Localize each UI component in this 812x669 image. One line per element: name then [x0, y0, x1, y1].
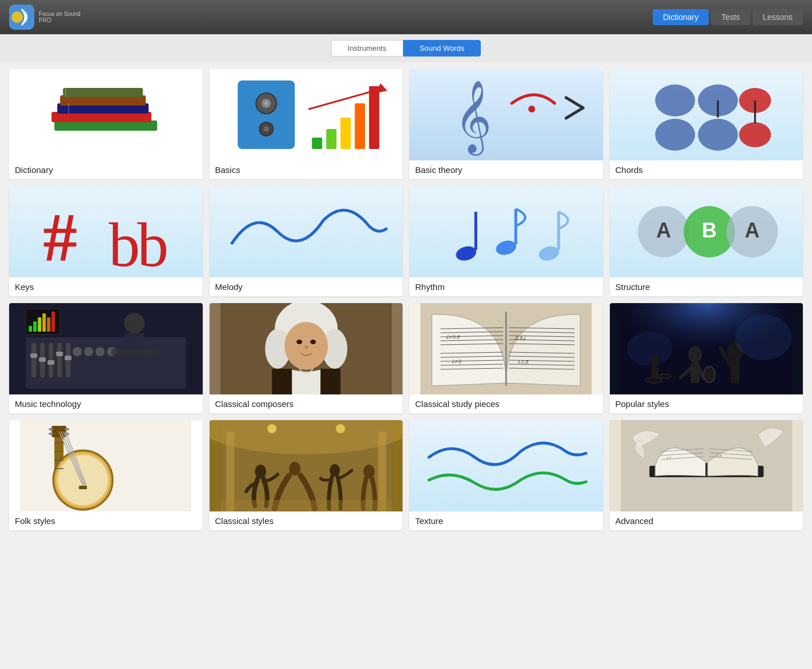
card-basics-label: Basics: [210, 160, 403, 179]
svg-text:B: B: [702, 219, 717, 242]
svg-text:♩♪♫: ♩♪♫: [452, 358, 462, 364]
svg-rect-55: [47, 360, 54, 365]
svg-point-78: [310, 340, 316, 344]
svg-rect-164: [705, 463, 708, 477]
svg-rect-133: [79, 486, 87, 489]
svg-rect-151: [226, 432, 234, 511]
card-popular-styles-image: [610, 303, 803, 394]
card-advanced-image: ♩♪ ♫♬: [610, 420, 803, 511]
card-structure-image: A B A: [610, 186, 803, 277]
svg-rect-66: [29, 326, 32, 332]
svg-point-62: [124, 313, 144, 333]
card-folk-styles[interactable]: Folk styles: [9, 420, 203, 530]
svg-rect-57: [65, 356, 71, 360]
sub-header: Instruments Sound Words: [0, 34, 812, 62]
card-dictionary[interactable]: Dictionary: [9, 69, 203, 179]
svg-point-58: [73, 347, 82, 356]
svg-rect-54: [39, 357, 46, 362]
card-popular-styles[interactable]: Popular styles: [610, 303, 803, 413]
header: Focus on Sound PRO Dictionary Tests Less…: [0, 0, 812, 34]
svg-rect-18: [355, 103, 365, 149]
card-classical-composers-image: [210, 303, 403, 394]
tab-instruments[interactable]: Instruments: [331, 40, 403, 57]
svg-rect-68: [38, 317, 41, 332]
svg-text:b: b: [137, 210, 168, 277]
svg-point-38: [537, 244, 561, 263]
card-melody-label: Melody: [210, 277, 403, 296]
svg-rect-67: [33, 321, 37, 332]
svg-rect-153: [220, 500, 392, 511]
card-music-technology-image: [9, 303, 203, 394]
card-dictionary-label: Dictionary: [9, 160, 203, 179]
svg-point-77: [296, 340, 302, 344]
svg-text:#: #: [43, 199, 77, 275]
svg-point-60: [95, 347, 104, 356]
card-classical-styles-image: [210, 420, 403, 511]
card-classical-study-image: ♩♪♫♬ ♩♪♫ ♫♬♩ ♪♫♬: [409, 303, 603, 394]
svg-rect-53: [30, 353, 37, 358]
card-structure[interactable]: A B A Structure: [610, 186, 803, 296]
svg-rect-110: [690, 363, 700, 383]
tab-sound-words[interactable]: Sound Words: [403, 40, 481, 57]
card-classical-study[interactable]: ♩♪♫♬ ♩♪♫ ♫♬♩ ♪♫♬ Classical study pieces: [409, 303, 603, 413]
svg-point-36: [495, 239, 518, 257]
svg-point-25: [655, 119, 695, 151]
card-rhythm[interactable]: Rhythm: [409, 186, 603, 296]
card-classical-study-label: Classical study pieces: [409, 394, 603, 413]
svg-rect-152: [378, 432, 386, 511]
svg-rect-51: [57, 343, 62, 377]
nav-lessons[interactable]: Lessons: [753, 9, 803, 25]
card-classical-styles-label: Classical styles: [210, 511, 403, 530]
svg-text:♩♪: ♩♪: [666, 455, 671, 460]
svg-point-59: [84, 347, 93, 356]
card-folk-styles-label: Folk styles: [9, 511, 203, 530]
card-classical-styles[interactable]: Classical styles: [210, 420, 403, 530]
svg-point-76: [284, 322, 328, 370]
card-advanced[interactable]: ♩♪ ♫♬ Advanced: [610, 420, 803, 530]
svg-text:♫♬: ♫♬: [715, 453, 722, 458]
card-basic-theory-label: Basic theory: [409, 160, 603, 179]
svg-point-34: [455, 244, 478, 263]
card-basics[interactable]: Basics: [210, 69, 403, 179]
nav-dictionary[interactable]: Dictionary: [653, 9, 709, 25]
card-music-technology[interactable]: Music technology: [9, 303, 203, 413]
card-keys[interactable]: # b b Keys: [9, 186, 203, 296]
svg-rect-48: [31, 343, 36, 377]
card-chords[interactable]: Chords: [610, 69, 803, 179]
svg-point-23: [655, 84, 695, 116]
svg-rect-17: [340, 118, 351, 149]
svg-text:𝄞: 𝄞: [455, 81, 492, 156]
nav-tests[interactable]: Tests: [711, 9, 750, 25]
svg-rect-16: [326, 129, 336, 149]
svg-text:♪♫♬: ♪♫♬: [517, 358, 529, 365]
svg-point-149: [329, 464, 340, 477]
svg-point-109: [688, 346, 702, 363]
svg-point-146: [336, 424, 345, 433]
card-keys-label: Keys: [9, 277, 203, 296]
card-music-technology-label: Music technology: [9, 394, 203, 413]
svg-rect-70: [47, 317, 50, 332]
card-keys-image: # b b: [9, 186, 203, 277]
card-dictionary-image: [9, 69, 203, 160]
svg-text:A: A: [745, 219, 759, 242]
card-rhythm-image: [409, 186, 603, 277]
svg-rect-9: [238, 80, 295, 149]
svg-point-22: [528, 106, 535, 112]
card-texture-image: [409, 420, 603, 511]
svg-rect-128: [65, 428, 69, 430]
svg-point-122: [660, 374, 671, 378]
svg-text:A: A: [656, 219, 671, 242]
card-basic-theory[interactable]: 𝄞 Basic theory: [409, 69, 603, 179]
card-texture-label: Texture: [409, 511, 603, 530]
card-basics-image: [210, 69, 403, 160]
svg-point-147: [255, 465, 266, 478]
svg-point-150: [363, 465, 375, 478]
svg-rect-69: [42, 313, 46, 332]
svg-point-145: [267, 424, 276, 433]
svg-text:b: b: [108, 210, 140, 277]
card-melody[interactable]: Melody: [210, 186, 403, 296]
svg-point-113: [704, 366, 715, 382]
card-texture[interactable]: Texture: [409, 420, 603, 530]
svg-point-117: [626, 332, 672, 366]
card-classical-composers[interactable]: Classical composers: [210, 303, 403, 413]
